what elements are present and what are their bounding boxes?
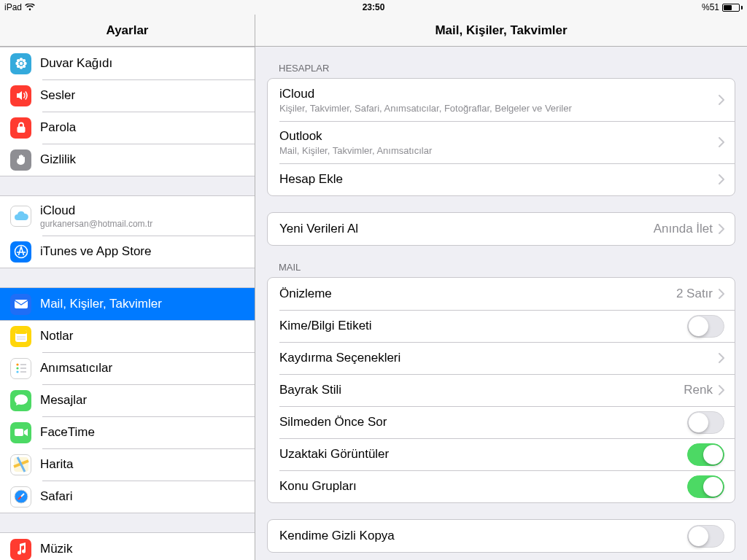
svg-point-6 bbox=[22, 59, 25, 62]
svg-point-2 bbox=[19, 66, 22, 69]
reminders-icon bbox=[10, 358, 31, 379]
sidebar-item-sounds[interactable]: Sesler bbox=[0, 79, 255, 112]
sidebar-item-music[interactable]: Müzik bbox=[0, 533, 255, 560]
sidebar-item-label: Duvar Kağıdı bbox=[40, 56, 112, 71]
statusbar-battery-text: %51 bbox=[702, 2, 719, 12]
svg-point-16 bbox=[16, 363, 18, 365]
svg-point-5 bbox=[16, 59, 19, 62]
detail-row[interactable]: OutlookMail, Kişiler, Takvimler, Anımsat… bbox=[268, 121, 735, 163]
sidebar-item-passcode[interactable]: Parola bbox=[0, 112, 255, 144]
chevron-right-icon bbox=[719, 224, 724, 234]
sidebar-item-sublabel: gurkanersan@hotmail.com.tr bbox=[40, 219, 152, 229]
toggle[interactable] bbox=[687, 411, 724, 434]
sidebar-item-wallpaper[interactable]: Duvar Kağıdı bbox=[0, 47, 255, 79]
sidebar-item-facetime[interactable]: FaceTime bbox=[0, 416, 255, 448]
svg-point-7 bbox=[16, 65, 19, 68]
detail-row-label: Outlook bbox=[279, 129, 719, 144]
detail-row-label: Bayrak Stili bbox=[279, 383, 684, 397]
detail-row[interactable]: Uzaktaki Görüntüler bbox=[268, 438, 735, 470]
detail-row[interactable]: Kendime Gizli Kopya bbox=[268, 520, 735, 552]
battery-icon bbox=[722, 4, 743, 12]
detail-row-label: Yeni Verileri Al bbox=[279, 222, 654, 236]
detail-row-value: 2 Satır bbox=[676, 287, 713, 301]
notes-icon bbox=[10, 326, 31, 347]
toggle[interactable] bbox=[687, 443, 724, 466]
sidebar-item-safari[interactable]: Safari bbox=[0, 481, 255, 513]
svg-point-3 bbox=[15, 62, 18, 65]
sidebar-item-notes[interactable]: Notlar bbox=[0, 320, 255, 352]
detail-row-value: Renk bbox=[684, 383, 713, 397]
wifi-icon bbox=[25, 4, 35, 11]
svg-point-1 bbox=[19, 58, 22, 61]
messages-icon bbox=[10, 390, 31, 411]
sidebar-item-reminders[interactable]: Anımsatıcılar bbox=[0, 352, 255, 384]
sidebar-item-appstore[interactable]: iTunes ve App Store bbox=[0, 236, 255, 268]
sidebar-item-label: Notlar bbox=[40, 329, 73, 343]
svg-rect-9 bbox=[17, 127, 25, 133]
sidebar-item-icloud[interactable]: iCloudgurkanersan@hotmail.com.tr bbox=[0, 196, 255, 236]
sidebar-item-privacy[interactable]: Gizlilik bbox=[0, 144, 255, 176]
svg-point-17 bbox=[16, 367, 18, 369]
detail-row[interactable]: Hesap Ekle bbox=[268, 163, 735, 195]
maps-icon bbox=[10, 454, 31, 475]
detail-row-label: Hesap Ekle bbox=[279, 172, 719, 187]
lock-icon bbox=[10, 117, 31, 139]
svg-point-18 bbox=[16, 370, 18, 373]
chevron-right-icon bbox=[719, 174, 724, 184]
toggle[interactable] bbox=[687, 525, 724, 548]
detail-row[interactable]: iCloudKişiler, Takvimler, Safari, Anımsa… bbox=[268, 79, 735, 121]
svg-point-8 bbox=[22, 65, 25, 68]
sidebar-item-label: Safari bbox=[40, 489, 72, 504]
sidebar-item-mail[interactable]: Mail, Kişiler, Takvimler bbox=[0, 288, 255, 320]
detail-title: Mail, Kişiler, Takvimler bbox=[255, 15, 747, 47]
detail-row-label: Kime/Bilgi Etiketi bbox=[279, 319, 687, 333]
sidebar-item-label: FaceTime bbox=[40, 425, 95, 440]
detail-row[interactable]: Konu Grupları bbox=[268, 470, 735, 502]
speaker-icon bbox=[10, 85, 31, 106]
toggle[interactable] bbox=[687, 315, 724, 338]
detail-row-value: Anında İlet bbox=[654, 222, 713, 236]
svg-rect-11 bbox=[15, 300, 28, 308]
detail-scroll[interactable]: HesaplariCloudKişiler, Takvimler, Safari… bbox=[255, 47, 747, 560]
hand-icon bbox=[10, 149, 31, 171]
sidebar-item-messages[interactable]: Mesajlar bbox=[0, 384, 255, 416]
cloud-icon bbox=[10, 206, 31, 227]
detail-row-sublabel: Mail, Kişiler, Takvimler, Anımsatıcılar bbox=[279, 145, 719, 156]
detail-row-label: Kaydırma Seçenekleri bbox=[279, 351, 719, 365]
detail-row-label: Konu Grupları bbox=[279, 479, 687, 494]
sidebar-item-label: Mesajlar bbox=[40, 393, 87, 408]
detail-pane: Mail, Kişiler, Takvimler HesaplariCloudK… bbox=[255, 15, 747, 560]
sidebar-item-label: Mail, Kişiler, Takvimler bbox=[40, 297, 162, 311]
detail-row[interactable]: Kime/Bilgi Etiketi bbox=[268, 310, 735, 342]
detail-row-sublabel: Kişiler, Takvimler, Safari, Anımsatıcıla… bbox=[279, 103, 719, 114]
settings-sidebar: Ayarlar Duvar KağıdıSeslerParolaGizlilik… bbox=[0, 15, 255, 560]
statusbar-time: 23:50 bbox=[363, 2, 385, 12]
detail-row[interactable]: Silmeden Önce Sor bbox=[268, 406, 735, 438]
detail-row-label: Önizleme bbox=[279, 287, 676, 301]
flower-icon bbox=[10, 53, 31, 74]
chevron-right-icon bbox=[719, 95, 724, 105]
sidebar-item-label: Gizlilik bbox=[40, 152, 76, 167]
section-header: Mail bbox=[255, 246, 747, 277]
sidebar-item-label: iCloud bbox=[40, 203, 152, 218]
detail-row[interactable]: Yeni Verileri AlAnında İlet bbox=[268, 213, 735, 245]
svg-point-4 bbox=[23, 62, 26, 65]
appstore-icon bbox=[10, 241, 31, 262]
detail-row-label: Silmeden Önce Sor bbox=[279, 415, 687, 429]
detail-row[interactable]: Önizleme2 Satır bbox=[268, 278, 735, 310]
sidebar-item-label: Müzik bbox=[40, 542, 72, 556]
detail-row-label: Uzaktaki Görüntüler bbox=[279, 447, 687, 462]
sidebar-item-label: Parola bbox=[40, 120, 76, 135]
detail-row[interactable]: Kaydırma Seçenekleri bbox=[268, 342, 735, 374]
sidebar-scroll[interactable]: Duvar KağıdıSeslerParolaGizlilikiCloudgu… bbox=[0, 47, 255, 560]
sidebar-item-maps[interactable]: Harita bbox=[0, 448, 255, 481]
toggle[interactable] bbox=[687, 475, 724, 498]
chevron-right-icon bbox=[719, 385, 724, 395]
detail-row[interactable]: Bayrak StiliRenk bbox=[268, 374, 735, 406]
section-header: Hesaplar bbox=[255, 47, 747, 78]
statusbar-device: iPad bbox=[4, 2, 22, 12]
chevron-right-icon bbox=[719, 137, 724, 147]
detail-row-label: Kendime Gizli Kopya bbox=[279, 529, 687, 543]
chevron-right-icon bbox=[719, 353, 724, 363]
status-bar: iPad 23:50 %51 bbox=[0, 0, 747, 15]
